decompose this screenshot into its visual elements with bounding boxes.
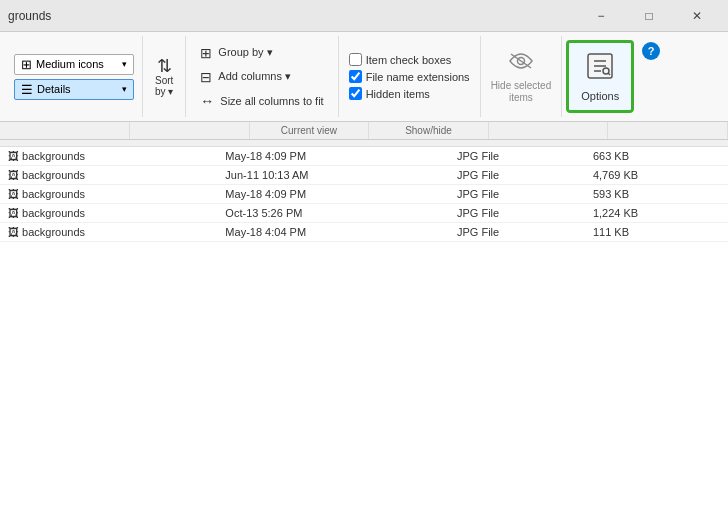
ribbon-options-section[interactable]: Options — [566, 40, 634, 113]
ribbon-layout-section: ⊞ Medium icons ▾ ☰ Details ▾ — [6, 36, 143, 117]
file-list-container: 🖼 backgrounds May-18 4:09 PM JPG File 66… — [0, 140, 728, 520]
options-bottom-label — [608, 122, 728, 139]
cell-type: JPG File — [449, 147, 585, 166]
title-bar-controls: − □ ✕ — [578, 2, 720, 30]
group-by-label: Group by ▾ — [218, 46, 272, 59]
file-icon: 🖼 — [8, 188, 22, 200]
resize-icon: ↔ — [200, 93, 214, 109]
sort-section-label — [130, 122, 250, 139]
group-icon: ⊞ — [200, 45, 212, 61]
current-view-label: Current view — [250, 122, 370, 139]
cell-type: JPG File — [449, 185, 585, 204]
details-label: Details — [37, 83, 71, 95]
medium-icons-label: Medium icons — [36, 58, 104, 70]
hidden-items-toggle[interactable]: Hidden items — [349, 87, 430, 100]
ribbon-hide-selected-section: Hide selecteditems — [481, 36, 563, 117]
size-all-label: Size all columns to fit — [220, 95, 323, 107]
cell-name: 🖼 backgrounds — [0, 147, 217, 166]
item-checkboxes-label: Item check boxes — [366, 54, 452, 66]
file-name-extensions-toggle[interactable]: File name extensions — [349, 70, 470, 83]
cell-size: 1,224 KB — [585, 204, 728, 223]
options-icon — [586, 52, 614, 86]
cell-size: 663 KB — [585, 147, 728, 166]
layout-section-label — [0, 122, 130, 139]
chevron-down-icon: ▾ — [122, 59, 127, 69]
item-checkboxes-checkbox[interactable] — [349, 53, 362, 66]
cell-size: 4,769 KB — [585, 166, 728, 185]
window-title: grounds — [8, 9, 51, 23]
ribbon-sort-section: ⇅ Sortby ▾ — [143, 36, 186, 117]
eye-icon — [507, 50, 535, 78]
show-hide-label: Show/hide — [369, 122, 489, 139]
sort-icon: ⇅ — [157, 57, 172, 75]
cell-name: 🖼 backgrounds — [0, 185, 217, 204]
table-row[interactable]: 🖼 backgrounds Jun-11 10:13 AM JPG File 4… — [0, 166, 728, 185]
file-table: 🖼 backgrounds May-18 4:09 PM JPG File 66… — [0, 140, 728, 242]
close-button[interactable]: ✕ — [674, 2, 720, 30]
cell-type: JPG File — [449, 166, 585, 185]
add-columns-label: Add columns ▾ — [218, 70, 291, 83]
file-name-extensions-checkbox[interactable] — [349, 70, 362, 83]
file-name-extensions-label: File name extensions — [366, 71, 470, 83]
table-row[interactable]: 🖼 backgrounds Oct-13 5:26 PM JPG File 1,… — [0, 204, 728, 223]
cell-date: May-18 4:09 PM — [217, 147, 449, 166]
cell-name: 🖼 backgrounds — [0, 166, 217, 185]
ribbon-bottom-labels: Current view Show/hide — [0, 122, 728, 140]
file-icon: 🖼 — [8, 169, 22, 181]
cell-date: May-18 4:09 PM — [217, 185, 449, 204]
file-icon: 🖼 — [8, 207, 22, 219]
item-checkboxes-toggle[interactable]: Item check boxes — [349, 53, 452, 66]
hide-selected-bottom-label — [489, 122, 609, 139]
table-row[interactable]: 🖼 backgrounds May-18 4:09 PM JPG File 66… — [0, 147, 728, 166]
hide-selected-button[interactable]: Hide selecteditems — [491, 50, 552, 104]
chevron-down-icon2: ▾ — [122, 84, 127, 94]
title-bar-left: grounds — [8, 9, 51, 23]
list-icon: ☰ — [21, 82, 33, 97]
table-row[interactable]: 🖼 backgrounds May-18 4:09 PM JPG File 59… — [0, 185, 728, 204]
options-label: Options — [581, 90, 619, 102]
group-by-button[interactable]: ⊞ Group by ▾ — [196, 43, 276, 63]
ribbon: ⊞ Medium icons ▾ ☰ Details ▾ ⇅ Sortby ▾ … — [0, 32, 728, 122]
grid-icon: ⊞ — [21, 57, 32, 72]
columns-icon: ⊟ — [200, 69, 212, 85]
window: grounds − □ ✕ ⊞ Medium icons ▾ ☰ Details… — [0, 0, 728, 520]
cell-date: Oct-13 5:26 PM — [217, 204, 449, 223]
size-all-columns-button[interactable]: ↔ Size all columns to fit — [196, 91, 327, 111]
cell-name: 🖼 backgrounds — [0, 223, 217, 242]
cell-size: 593 KB — [585, 185, 728, 204]
ribbon-current-view-section: ⊞ Group by ▾ ⊟ Add columns ▾ ↔ Size all … — [186, 36, 338, 117]
details-button[interactable]: ☰ Details ▾ — [14, 79, 134, 100]
file-icon: 🖼 — [8, 150, 22, 162]
hidden-items-checkbox[interactable] — [349, 87, 362, 100]
file-icon: 🖼 — [8, 226, 22, 238]
sort-label: Sortby ▾ — [155, 75, 173, 97]
ribbon-show-hide-section: Item check boxes File name extensions Hi… — [339, 36, 481, 117]
maximize-button[interactable]: □ — [626, 2, 672, 30]
minimize-button[interactable]: − — [578, 2, 624, 30]
sort-button[interactable]: ⇅ Sortby ▾ — [151, 55, 177, 99]
cell-name: 🖼 backgrounds — [0, 204, 217, 223]
title-bar: grounds − □ ✕ — [0, 0, 728, 32]
file-list: 🖼 backgrounds May-18 4:09 PM JPG File 66… — [0, 140, 728, 520]
cell-type: JPG File — [449, 204, 585, 223]
cell-size: 111 KB — [585, 223, 728, 242]
cell-date: Jun-11 10:13 AM — [217, 166, 449, 185]
medium-icons-button[interactable]: ⊞ Medium icons ▾ — [14, 54, 134, 75]
hide-selected-label: Hide selecteditems — [491, 80, 552, 104]
table-row[interactable]: 🖼 backgrounds May-18 4:04 PM JPG File 11… — [0, 223, 728, 242]
help-section: ? — [638, 36, 664, 117]
cell-type: JPG File — [449, 223, 585, 242]
cell-date: May-18 4:04 PM — [217, 223, 449, 242]
help-button[interactable]: ? — [642, 42, 660, 60]
add-columns-button[interactable]: ⊟ Add columns ▾ — [196, 67, 295, 87]
hidden-items-label: Hidden items — [366, 88, 430, 100]
